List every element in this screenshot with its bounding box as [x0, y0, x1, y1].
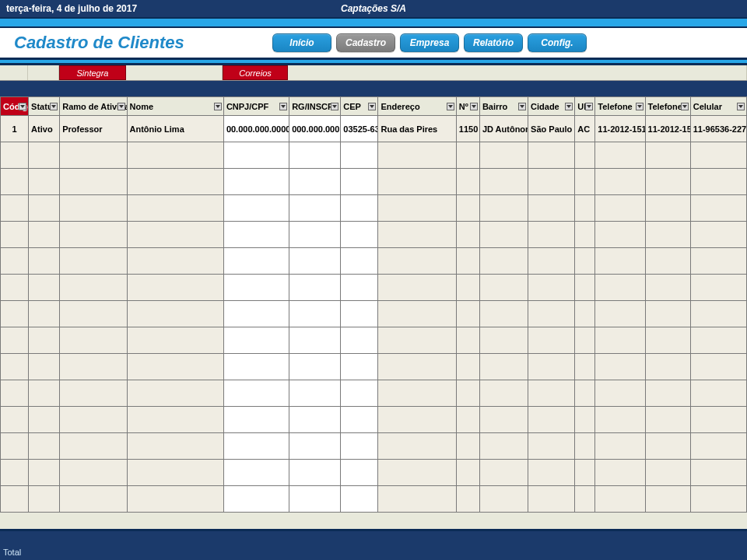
cell-ramo [60, 407, 127, 433]
cell-uf[interactable]: AC [575, 116, 595, 142]
cell-telefone [595, 354, 645, 380]
cell-telefone[interactable]: 11-2012-1515 [595, 116, 645, 142]
cell-nome[interactable]: Antônio Lima [127, 116, 223, 142]
cell-endereco [378, 486, 456, 513]
cell-endereco[interactable]: Rua das Pires [378, 116, 456, 142]
sintegra-button[interactable]: Sintegra [59, 65, 126, 80]
cell-ramo [60, 460, 127, 486]
nav-relatorio[interactable]: Relatório [464, 33, 523, 52]
cell-telefone [595, 486, 645, 513]
col-header-cnpj[interactable]: CNPJ/CPF [223, 97, 289, 116]
cell-cep [341, 169, 378, 195]
filter-icon[interactable] [214, 103, 222, 110]
grid-wrapper: CódigoStatusRamo de AtividadeNomeCNPJ/CP… [0, 96, 747, 529]
cell-nome [127, 407, 223, 433]
col-header-telefone2[interactable]: Telefone2 [645, 97, 690, 116]
filter-icon[interactable] [585, 103, 593, 110]
col-header-cidade[interactable]: Cidade [528, 97, 575, 116]
cell-cnpj [223, 407, 289, 433]
col-header-codigo[interactable]: Código [1, 97, 29, 116]
cell-bairro [479, 248, 528, 275]
cell-bairro [479, 433, 528, 460]
table-row[interactable]: 1AtivoProfessorAntônio Lima00.000.000.00… [1, 116, 747, 142]
cell-telefone2[interactable]: 11-2012-1516 [645, 116, 690, 142]
filter-icon[interactable] [19, 103, 26, 110]
cell-cnpj[interactable]: 00.000.000.0000-00 [223, 116, 289, 142]
table-row [1, 380, 747, 407]
filter-icon[interactable] [50, 103, 58, 110]
cell-celular[interactable]: 11-96536-2276 [690, 116, 746, 142]
cell-cep[interactable]: 03525-630 [341, 116, 378, 142]
filter-icon[interactable] [470, 103, 478, 110]
cell-cnpj [223, 354, 289, 380]
table-row [1, 142, 747, 169]
cell-telefone2 [645, 354, 690, 380]
cell-uf [575, 354, 595, 380]
col-header-uf[interactable]: UF [575, 97, 595, 116]
cell-telefone2 [645, 433, 690, 460]
table-row [1, 301, 747, 327]
cell-cep [341, 195, 378, 222]
nav-inicio[interactable]: Início [272, 33, 331, 52]
cell-telefone2 [645, 142, 690, 169]
cell-bairro [479, 142, 528, 169]
nav-empresa[interactable]: Empresa [400, 33, 459, 52]
col-header-endereco[interactable]: Endereço [378, 97, 456, 116]
cell-rg[interactable]: 000.000.000.000 [289, 116, 341, 142]
company-name: Captações S/A [341, 3, 406, 14]
col-header-numero[interactable]: Nº [456, 97, 479, 116]
filter-icon[interactable] [117, 103, 125, 110]
cell-celular [690, 407, 746, 433]
cell-numero [456, 460, 479, 486]
cell-celular [690, 275, 746, 301]
col-header-nome[interactable]: Nome [127, 97, 223, 116]
accent-band-double [0, 58, 747, 65]
cell-status [29, 327, 60, 354]
nav-config[interactable]: Config. [528, 33, 587, 52]
cell-uf [575, 433, 595, 460]
cell-celular [690, 433, 746, 460]
cell-nome [127, 486, 223, 513]
col-header-status[interactable]: Status [29, 97, 60, 116]
cell-cidade[interactable]: São Paulo [528, 116, 575, 142]
table-row [1, 407, 747, 433]
col-header-telefone[interactable]: Telefone [595, 97, 645, 116]
filter-icon[interactable] [368, 103, 376, 110]
filter-icon[interactable] [518, 103, 526, 110]
col-header-cep[interactable]: CEP [341, 97, 378, 116]
cell-numero[interactable]: 1150 [456, 116, 479, 142]
col-header-celular[interactable]: Celular [690, 97, 746, 116]
filter-icon[interactable] [447, 103, 454, 110]
nav-cadastro[interactable]: Cadastro [336, 33, 395, 52]
cell-cnpj [223, 301, 289, 327]
col-header-rg[interactable]: RG/INSCR [289, 97, 341, 116]
filter-icon[interactable] [681, 103, 689, 110]
cell-cidade [528, 327, 575, 354]
filter-icon[interactable] [279, 103, 287, 110]
cell-ramo [60, 327, 127, 354]
filter-icon[interactable] [565, 103, 573, 110]
cell-telefone2 [645, 275, 690, 301]
cell-ramo[interactable]: Professor [60, 116, 127, 142]
filter-icon[interactable] [636, 103, 644, 110]
cell-celular [690, 354, 746, 380]
cell-codigo[interactable]: 1 [1, 116, 29, 142]
col-header-ramo[interactable]: Ramo de Atividade [60, 97, 127, 116]
cell-endereco [378, 407, 456, 433]
cell-telefone [595, 460, 645, 486]
cell-celular [690, 169, 746, 195]
cell-cnpj [223, 222, 289, 248]
cell-cnpj [223, 327, 289, 354]
filter-icon[interactable] [737, 103, 745, 110]
cell-rg [289, 301, 341, 327]
cell-cep [341, 380, 378, 407]
cell-numero [456, 301, 479, 327]
correios-button[interactable]: Correios [223, 65, 288, 80]
cell-bairro[interactable]: JD Autônomo [479, 116, 528, 142]
col-header-bairro[interactable]: Bairro [479, 97, 528, 116]
filter-icon[interactable] [331, 103, 338, 110]
cell-cidade [528, 433, 575, 460]
cell-cnpj [223, 195, 289, 222]
cell-status[interactable]: Ativo [29, 116, 60, 142]
cell-endereco [378, 222, 456, 248]
